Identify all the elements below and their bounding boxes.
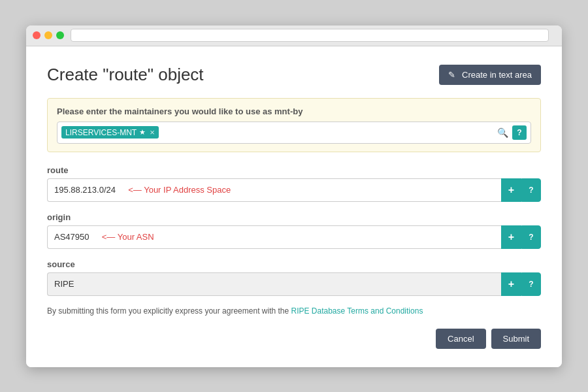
route-value: 195.88.213.0/24 bbox=[54, 185, 116, 195]
mnt-by-section: Please enter the maintainers you would l… bbox=[47, 98, 541, 152]
titlebar bbox=[26, 25, 562, 46]
submit-button[interactable]: Submit bbox=[491, 329, 541, 349]
mnt-by-help-button[interactable]: ? bbox=[512, 125, 527, 140]
traffic-lights bbox=[33, 31, 64, 39]
fullscreen-button[interactable] bbox=[56, 31, 64, 39]
route-add-button[interactable]: + bbox=[501, 178, 521, 202]
route-help-button[interactable]: ? bbox=[521, 178, 541, 202]
search-icon[interactable]: 🔍 bbox=[497, 127, 508, 138]
route-input[interactable]: 195.88.213.0/24 <— Your IP Address Space bbox=[47, 178, 501, 202]
origin-field-section: origin AS47950 <— Your ASN + ? bbox=[47, 212, 541, 249]
route-field-row: 195.88.213.0/24 <— Your IP Address Space… bbox=[47, 178, 541, 202]
page-title: Create "route" object bbox=[47, 65, 204, 85]
tag-remove-button[interactable]: × bbox=[150, 127, 155, 137]
close-button[interactable] bbox=[33, 31, 41, 39]
mnt-by-input[interactable]: LIRSERVICES-MNT ★ × 🔍 ? bbox=[57, 122, 531, 144]
minimize-button[interactable] bbox=[44, 31, 52, 39]
source-field-section: source RIPE + ? bbox=[47, 259, 541, 296]
form-actions: Cancel Submit bbox=[47, 329, 541, 349]
origin-input[interactable]: AS47950 <— Your ASN bbox=[47, 225, 501, 249]
edit-icon bbox=[448, 70, 458, 80]
origin-hint: <— Your ASN bbox=[97, 232, 154, 242]
source-value: RIPE bbox=[54, 279, 74, 289]
mnt-by-label: Please enter the maintainers you would l… bbox=[57, 106, 531, 116]
app-window: Create "route" object Create in text are… bbox=[26, 25, 562, 367]
page-header: Create "route" object Create in text are… bbox=[47, 65, 541, 85]
cancel-button[interactable]: Cancel bbox=[436, 329, 485, 349]
mnt-by-tag[interactable]: LIRSERVICES-MNT ★ × bbox=[61, 126, 159, 139]
address-bar[interactable] bbox=[71, 29, 549, 42]
source-input: RIPE bbox=[47, 272, 501, 296]
tag-name-label: LIRSERVICES-MNT bbox=[65, 128, 137, 137]
agreement-text: By submitting this form you explicitly e… bbox=[47, 306, 541, 316]
route-hint: <— Your IP Address Space bbox=[123, 185, 231, 195]
origin-label: origin bbox=[47, 212, 541, 222]
terms-link[interactable]: RIPE Database Terms and Conditions bbox=[291, 306, 423, 316]
source-label: source bbox=[47, 259, 541, 269]
origin-value: AS47950 bbox=[54, 232, 90, 242]
source-add-button[interactable]: + bbox=[501, 272, 521, 296]
tag-star-icon: ★ bbox=[139, 128, 146, 137]
source-field-row: RIPE + ? bbox=[47, 272, 541, 296]
origin-help-button[interactable]: ? bbox=[521, 225, 541, 249]
source-help-button[interactable]: ? bbox=[521, 272, 541, 296]
fields-container: route 195.88.213.0/24 <— Your IP Address… bbox=[47, 165, 541, 296]
route-field-section: route 195.88.213.0/24 <— Your IP Address… bbox=[47, 165, 541, 202]
main-content: Create "route" object Create in text are… bbox=[26, 46, 562, 367]
origin-field-row: AS47950 <— Your ASN + ? bbox=[47, 225, 541, 249]
route-label: route bbox=[47, 165, 541, 175]
origin-add-button[interactable]: + bbox=[501, 225, 521, 249]
create-in-text-area-button[interactable]: Create in text area bbox=[439, 65, 541, 85]
